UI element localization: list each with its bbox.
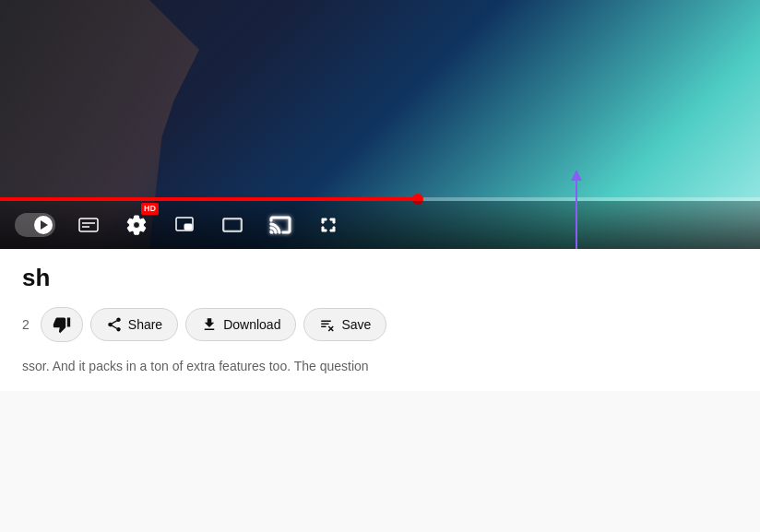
video-player[interactable]: HD	[0, 0, 760, 249]
fullscreen-icon	[317, 214, 339, 236]
cast-button[interactable]	[266, 210, 295, 240]
miniplayer-icon	[173, 214, 196, 236]
svg-rect-5	[223, 219, 242, 231]
view-count: 2	[22, 317, 30, 332]
hd-badge: HD	[141, 203, 159, 215]
settings-icon	[125, 214, 148, 236]
download-icon	[201, 316, 218, 333]
captions-button[interactable]	[74, 210, 103, 240]
svg-rect-4	[184, 224, 192, 230]
content-area: sh 2 Share Download Sav	[0, 249, 760, 391]
download-button[interactable]: Download	[185, 308, 296, 341]
dislike-button[interactable]	[41, 307, 83, 342]
cast-icon	[269, 214, 291, 236]
share-button[interactable]: Share	[90, 308, 178, 341]
save-icon	[319, 316, 336, 333]
settings-button[interactable]: HD	[122, 210, 151, 240]
download-label: Download	[223, 317, 280, 332]
arrowhead-up	[571, 170, 582, 181]
dislike-icon	[53, 315, 71, 334]
share-icon	[106, 316, 123, 333]
cast-arrow-annotation	[576, 171, 577, 249]
miniplayer-button[interactable]	[170, 210, 199, 240]
arrow-shaft	[576, 171, 577, 249]
save-button[interactable]: Save	[303, 308, 386, 341]
theater-mode-button[interactable]	[218, 210, 247, 240]
svg-rect-6	[224, 219, 241, 231]
captions-icon	[77, 214, 100, 236]
video-controls: HD	[0, 201, 760, 249]
play-icon	[41, 220, 48, 230]
svg-rect-0	[79, 219, 98, 231]
share-label: Share	[128, 317, 162, 332]
video-description: ssor. And it packs in a ton of extra fea…	[22, 357, 738, 376]
save-label: Save	[341, 317, 371, 332]
theater-icon	[221, 214, 243, 236]
play-toggle-button[interactable]	[15, 213, 55, 237]
action-bar: 2 Share Download Save	[22, 307, 738, 342]
fullscreen-button[interactable]	[314, 210, 343, 240]
video-title: sh	[22, 264, 738, 292]
play-knob	[34, 216, 53, 234]
